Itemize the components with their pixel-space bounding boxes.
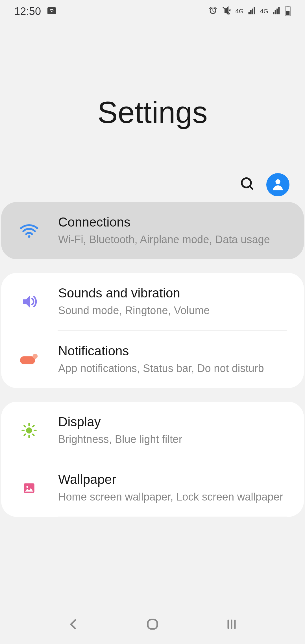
alarm-icon xyxy=(208,6,218,17)
header: Settings xyxy=(0,23,305,202)
battery-icon xyxy=(285,6,291,17)
svg-line-16 xyxy=(33,434,34,435)
wifi-icon xyxy=(47,6,57,17)
signal-icon-2 xyxy=(272,6,281,16)
svg-rect-21 xyxy=(148,619,157,629)
svg-point-9 xyxy=(32,354,38,359)
svg-line-17 xyxy=(24,434,25,435)
back-button[interactable] xyxy=(62,613,85,636)
item-connections[interactable]: Connections Wi-Fi, Bluetooth, Airplane m… xyxy=(1,202,304,259)
svg-rect-8 xyxy=(20,356,35,364)
settings-list: Connections Wi-Fi, Bluetooth, Airplane m… xyxy=(0,202,305,517)
card-connections: Connections Wi-Fi, Bluetooth, Airplane m… xyxy=(1,202,304,259)
network-label-1: 4G xyxy=(235,8,243,15)
item-subtitle: Home screen wallpaper, Lock screen wallp… xyxy=(58,490,287,504)
item-title: Wallpaper xyxy=(58,472,287,487)
item-subtitle: Wi-Fi, Bluetooth, Airplane mode, Data us… xyxy=(58,232,287,247)
item-title: Notifications xyxy=(58,343,287,358)
menu-lines-icon xyxy=(225,617,238,632)
svg-point-10 xyxy=(26,427,32,433)
item-title: Display xyxy=(58,414,287,429)
search-button[interactable] xyxy=(240,176,256,193)
page-title: Settings xyxy=(97,95,208,130)
item-subtitle: Sound mode, Ringtone, Volume xyxy=(58,303,287,318)
svg-line-18 xyxy=(33,425,34,427)
speaker-icon xyxy=(16,293,42,311)
card-display-wallpaper: Display Brightness, Blue light filter Wa… xyxy=(1,402,304,517)
item-notifications[interactable]: Notifications App notifications, Status … xyxy=(1,331,304,388)
wifi-icon xyxy=(16,221,42,241)
svg-point-20 xyxy=(26,486,28,488)
item-wallpaper[interactable]: Wallpaper Home screen wallpaper, Lock sc… xyxy=(1,459,304,517)
profile-button[interactable] xyxy=(266,173,289,196)
toggle-icon xyxy=(16,353,42,365)
item-title: Sounds and vibration xyxy=(58,285,287,301)
image-icon xyxy=(16,481,42,495)
svg-point-4 xyxy=(242,178,251,188)
item-title: Connections xyxy=(58,214,287,230)
home-icon xyxy=(145,617,160,632)
item-subtitle: App notifications, Status bar, Do not di… xyxy=(58,361,287,376)
card-sounds-notifications: Sounds and vibration Sound mode, Rington… xyxy=(1,273,304,388)
network-label-2: 4G xyxy=(260,8,268,15)
navigation-bar xyxy=(0,610,305,644)
svg-line-15 xyxy=(24,425,25,427)
chevron-left-icon xyxy=(66,617,81,633)
signal-icon-1 xyxy=(248,6,256,16)
search-icon xyxy=(240,176,256,193)
item-subtitle: Brightness, Blue light filter xyxy=(58,432,287,447)
recents-button[interactable] xyxy=(220,613,243,636)
divider xyxy=(58,517,287,517)
vibrate-mute-icon xyxy=(222,6,231,17)
item-sounds[interactable]: Sounds and vibration Sound mode, Rington… xyxy=(1,273,304,330)
item-display[interactable]: Display Brightness, Blue light filter xyxy=(1,402,304,459)
brightness-icon xyxy=(16,421,42,440)
status-time: 12:50 xyxy=(14,5,41,18)
svg-point-7 xyxy=(28,235,30,238)
svg-rect-3 xyxy=(286,11,290,15)
svg-line-5 xyxy=(250,186,253,190)
person-icon xyxy=(271,177,285,193)
status-bar: 12:50 4G 4G xyxy=(0,0,305,23)
svg-point-6 xyxy=(275,179,280,184)
home-button[interactable] xyxy=(141,613,164,636)
